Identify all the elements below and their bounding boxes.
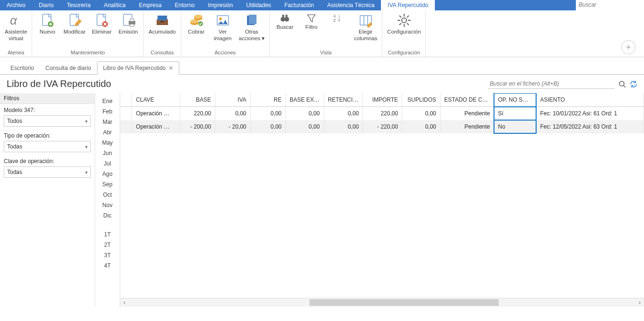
period-dic[interactable]: Dic	[95, 210, 120, 221]
col-op_no_sujeta[interactable]: OP. NO SUJETA	[494, 93, 536, 107]
col-base[interactable]: BASE	[180, 93, 215, 107]
tab-escritorio[interactable]: Escritorio	[5, 62, 40, 74]
col-estado[interactable]: ESTADO DE COBRO	[440, 93, 494, 107]
clave-label: Clave de operación:	[4, 158, 54, 165]
menu-impresión[interactable]: Impresión	[201, 0, 239, 10]
col-base_exen[interactable]: BASE EXEN…	[286, 93, 324, 107]
period-4t[interactable]: 4T	[95, 260, 120, 271]
modelo-select[interactable]: Todos▾	[4, 115, 91, 127]
otras-acciones-label: acciones ▾	[239, 35, 265, 42]
col-iva[interactable]: IVA	[215, 93, 250, 107]
menubar: ArchivoDiarioTesoreríaAnalíticaEmpresaEn…	[0, 0, 644, 10]
scroll-left-icon[interactable]: ‹	[120, 298, 129, 307]
svg-text:A: A	[333, 14, 336, 18]
period-oct[interactable]: Oct	[95, 190, 120, 200]
period-mar[interactable]: Mar	[95, 117, 120, 127]
refresh-icon[interactable]	[630, 80, 637, 88]
svg-line-36	[399, 16, 401, 17]
period-1t[interactable]: 1T	[95, 229, 120, 240]
cell-estado: Pendiente	[440, 120, 494, 133]
period-ago[interactable]: Ago	[95, 169, 120, 179]
menu-archivo[interactable]: Archivo	[0, 0, 32, 10]
ribbon: αAsistentevirtualAteneaNuevoModificarEli…	[0, 10, 644, 57]
cell-clave: Operación …	[132, 107, 180, 121]
period-ene[interactable]: Ene	[95, 96, 120, 106]
svg-rect-21	[249, 15, 256, 24]
clave-select[interactable]: Todas▾	[4, 166, 91, 178]
data-grid[interactable]: CLAVEBASEIVAREBASE EXEN…RETENCIÓNIMPORTE…	[120, 93, 644, 298]
funnel-icon	[306, 13, 317, 23]
tipo-select[interactable]: Todas▾	[4, 141, 91, 152]
elegir-columnas-label: columnas	[354, 35, 377, 42]
menu-tesorería[interactable]: Tesorería	[60, 0, 97, 10]
col-clave[interactable]: CLAVE	[132, 93, 180, 107]
col-importe[interactable]: IMPORTE	[363, 93, 402, 107]
cell-base_exen: 0,00	[286, 120, 324, 133]
menu-diario[interactable]: Diario	[32, 0, 60, 10]
cell-importe: 220,00	[363, 107, 402, 121]
period-may[interactable]: May	[95, 138, 120, 148]
svg-point-40	[619, 81, 624, 86]
period-feb[interactable]: Feb	[95, 106, 120, 117]
period-jul[interactable]: Jul	[95, 158, 120, 169]
ver-imagen-button[interactable]: Verimagen	[210, 12, 236, 43]
col-re[interactable]: RE	[250, 93, 285, 107]
global-search-input[interactable]	[576, 0, 644, 9]
svg-point-16	[194, 15, 203, 18]
doc-plus-icon	[40, 13, 55, 28]
file-search-input[interactable]	[488, 79, 615, 88]
cell-suplidos: 0,00	[402, 120, 441, 133]
global-search[interactable]	[576, 0, 644, 10]
scroll-right-icon[interactable]: ›	[635, 298, 644, 307]
menu-analítica[interactable]: Analítica	[97, 0, 132, 10]
orden-button[interactable]: AZ	[325, 12, 351, 25]
elegir-columnas-button[interactable]: Elegircolumnas	[351, 12, 380, 43]
ribbon-group-label: Atenea	[2, 49, 30, 57]
col-retencion[interactable]: RETENCIÓN	[324, 93, 363, 107]
cobrar-label: Cobrar	[188, 29, 204, 35]
emision-button[interactable]: Emisión	[115, 12, 141, 36]
menu-facturación[interactable]: Facturación	[278, 0, 321, 10]
add-tab-button[interactable]: +	[621, 40, 635, 54]
filtro-button[interactable]: Filtro	[298, 12, 325, 32]
period-jun[interactable]: Jun	[95, 148, 120, 158]
table-row[interactable]: Operación …220,000,000,000,000,00220,000…	[120, 107, 644, 121]
main: Filtros Modelo 347: Todos▾ Tipo de opera…	[0, 93, 644, 307]
chevron-down-icon: ▾	[85, 170, 88, 175]
nuevo-button[interactable]: Nuevo	[34, 12, 61, 36]
chevron-down-icon: ▾	[85, 144, 88, 149]
period-abr[interactable]: Abr	[95, 127, 120, 138]
tab-consulta-de-diario[interactable]: Consulta de diario	[40, 62, 97, 74]
scroll-thumb[interactable]	[309, 299, 499, 306]
menu-iva-repercutido[interactable]: IVA Repercutido	[381, 0, 435, 10]
page-title: Libro de IVA Repercutido	[7, 78, 488, 89]
menu-utilidades[interactable]: Utilidades	[239, 0, 278, 10]
filtro-label: Filtro	[305, 24, 318, 31]
modificar-button[interactable]: Modificar	[61, 12, 88, 36]
period-sep[interactable]: Sep	[95, 179, 120, 190]
file-search[interactable]	[488, 79, 615, 89]
period-nov[interactable]: Nov	[95, 200, 120, 210]
otras-acciones-button[interactable]: Otrasacciones ▾	[236, 12, 268, 43]
tab-libro-de-iva-repercutido[interactable]: Libro de IVA Repercutido✕	[97, 61, 180, 75]
hscrollbar[interactable]: ‹ ›	[120, 298, 644, 307]
period-3t[interactable]: 3T	[95, 250, 120, 260]
ribbon-group-mantenimiento: NuevoModificarEliminarEmisiónMantenimien…	[32, 10, 144, 57]
menu-entorno[interactable]: Entorno	[168, 0, 201, 10]
close-icon[interactable]: ✕	[168, 65, 173, 71]
col-asiento[interactable]: ASIENTO	[536, 93, 644, 107]
col-suplidos[interactable]: SUPLIDOS	[402, 93, 441, 107]
menu-asistencia-técnica[interactable]: Asistencia Técnica	[321, 0, 381, 10]
acumulado-button[interactable]: Acumulado	[146, 12, 179, 36]
menu-empresa[interactable]: Empresa	[132, 0, 168, 10]
buscar-button[interactable]: Buscar	[272, 12, 298, 32]
table-row[interactable]: Operación …- 200,00- 20,000,000,000,00- …	[120, 120, 644, 133]
asistente-virtual-button[interactable]: αAsistentevirtual	[2, 12, 30, 43]
period-2t[interactable]: 2T	[95, 240, 120, 250]
svg-rect-25	[285, 15, 287, 18]
configuracion-button[interactable]: Configuración	[384, 12, 423, 36]
eliminar-button[interactable]: Eliminar	[88, 12, 115, 36]
cobrar-button[interactable]: Cobrar	[183, 12, 210, 36]
cell-importe: - 220,00	[363, 120, 402, 133]
search-icon[interactable]	[618, 80, 626, 88]
